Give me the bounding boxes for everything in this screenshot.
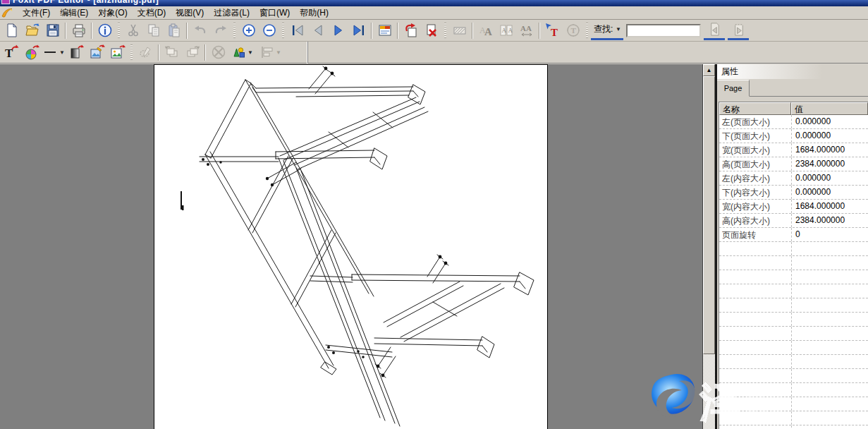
- find-previous-icon: [707, 22, 722, 37]
- property-value[interactable]: 1684.000000: [791, 143, 868, 157]
- svg-text:A: A: [484, 26, 492, 37]
- find-next-button[interactable]: [728, 20, 749, 40]
- char-spacing-button[interactable]: AA: [496, 21, 516, 40]
- add-text-button[interactable]: T: [1, 43, 22, 61]
- next-page-button[interactable]: [328, 21, 348, 40]
- save-button[interactable]: [42, 21, 63, 40]
- keyboard-button[interactable]: [449, 21, 470, 40]
- word-spacing-button[interactable]: AA: [516, 21, 537, 40]
- align-objects-button[interactable]: ▼: [257, 43, 285, 61]
- property-value[interactable]: 0.000000: [791, 115, 868, 128]
- add-gradient-button[interactable]: [66, 43, 87, 61]
- property-name: 宽(内容大小): [719, 200, 791, 213]
- insert-text-button[interactable]: T: [542, 21, 563, 40]
- send-backward-button[interactable]: [161, 43, 182, 61]
- edit-image-button[interactable]: [87, 43, 107, 61]
- toolbar-gripper[interactable]: [282, 23, 284, 38]
- add-shading-button[interactable]: [22, 43, 42, 61]
- svg-text:AA: AA: [520, 24, 532, 32]
- paste-button[interactable]: [164, 21, 184, 40]
- send-backward-icon: [164, 44, 180, 60]
- svg-text:A: A: [501, 27, 506, 34]
- column-header-name[interactable]: 名称: [719, 102, 791, 115]
- property-value[interactable]: 0: [791, 228, 868, 241]
- property-name: 下(内容大小): [719, 186, 791, 199]
- property-value[interactable]: 0.000000: [791, 171, 868, 185]
- menu-item[interactable]: 过滤器(L): [209, 6, 255, 20]
- add-image-icon: [110, 44, 126, 60]
- toolbar-gripper[interactable]: [233, 23, 236, 38]
- empty-table-row: [719, 284, 868, 298]
- new-document-button[interactable]: [1, 21, 22, 40]
- menu-item[interactable]: 对象(O): [93, 6, 132, 20]
- copy-button[interactable]: [143, 21, 164, 40]
- clone-object-button[interactable]: [135, 43, 156, 61]
- previous-page-button[interactable]: [307, 21, 328, 40]
- cut-button[interactable]: [123, 21, 143, 40]
- scissors-icon: [126, 23, 141, 38]
- add-image-button[interactable]: [107, 43, 128, 61]
- rotate-page-button[interactable]: [401, 21, 421, 40]
- zoom-in-button[interactable]: [238, 21, 259, 40]
- svg-text:A: A: [508, 27, 513, 34]
- property-name: 高(页面大小): [719, 157, 791, 171]
- toolbar-gripper[interactable]: [118, 23, 120, 38]
- menu-item[interactable]: 文档(D): [133, 6, 171, 20]
- pdf-page-canvas[interactable]: [154, 64, 548, 429]
- menu-item[interactable]: 帮助(H): [295, 6, 334, 20]
- separator: [204, 44, 206, 61]
- empty-table-row: [719, 341, 868, 355]
- property-name: 左(内容大小): [719, 171, 791, 185]
- menu-item[interactable]: 窗口(W): [255, 6, 295, 20]
- shape-dropdown[interactable]: ▼: [247, 43, 255, 61]
- tab-page[interactable]: Page: [717, 80, 750, 97]
- paste-icon: [166, 23, 182, 38]
- table-row: 左(内容大小) 0.000000: [719, 171, 868, 186]
- text-orientation-icon: T: [566, 23, 581, 38]
- separator: [158, 44, 159, 61]
- toolbar-gripper[interactable]: [444, 23, 446, 38]
- menu-item[interactable]: 文件(F): [18, 6, 55, 20]
- scroll-up-button[interactable]: ▲: [703, 64, 715, 76]
- toolbar-gripper[interactable]: [130, 44, 133, 60]
- add-text-icon: T: [4, 44, 20, 60]
- bring-forward-button[interactable]: [182, 43, 202, 61]
- property-value[interactable]: 0.000000: [791, 129, 868, 143]
- line-style-button[interactable]: ▼: [42, 43, 66, 61]
- redo-button[interactable]: [210, 21, 231, 40]
- find-input[interactable]: [626, 24, 701, 37]
- vertical-scrollbar[interactable]: ▲: [702, 64, 715, 429]
- align-dropdown[interactable]: ▼: [275, 43, 283, 61]
- insert-text-icon: T: [545, 23, 561, 38]
- toolbar-gripper[interactable]: [586, 23, 588, 38]
- font-button[interactable]: AA: [475, 21, 496, 40]
- text-orientation-button[interactable]: T: [563, 21, 583, 40]
- last-page-button[interactable]: [348, 21, 369, 40]
- print-button[interactable]: [68, 21, 89, 40]
- delete-page-button[interactable]: [421, 21, 441, 40]
- find-history-dropdown[interactable]: ▼: [614, 20, 622, 39]
- column-header-value[interactable]: 值: [791, 102, 868, 115]
- scrollbar-thumb[interactable]: [703, 76, 715, 354]
- property-value[interactable]: 1684.000000: [791, 200, 868, 213]
- property-value[interactable]: 2384.000000: [791, 214, 868, 227]
- empty-table-row: [719, 425, 868, 429]
- first-page-icon: [290, 23, 305, 38]
- zoom-out-button[interactable]: [259, 21, 279, 40]
- line-style-dropdown[interactable]: ▼: [59, 43, 66, 61]
- first-page-button[interactable]: [287, 21, 307, 40]
- rotate-page-icon: [403, 23, 419, 38]
- page-layout-button[interactable]: [374, 21, 395, 40]
- delete-object-button[interactable]: [208, 43, 228, 61]
- zoom-out-icon: [262, 23, 277, 38]
- menu-item[interactable]: 视图(V): [171, 6, 209, 20]
- insert-shape-button[interactable]: ▼: [228, 43, 257, 61]
- about-button[interactable]: [94, 21, 115, 40]
- undo-button[interactable]: [190, 21, 210, 40]
- property-value[interactable]: 0.000000: [791, 186, 868, 199]
- menu-item[interactable]: 编辑(E): [55, 6, 93, 20]
- open-button[interactable]: [22, 21, 42, 40]
- property-value[interactable]: 2384.000000: [791, 157, 868, 171]
- find-previous-button[interactable]: [704, 20, 725, 40]
- empty-table-row: [719, 383, 868, 397]
